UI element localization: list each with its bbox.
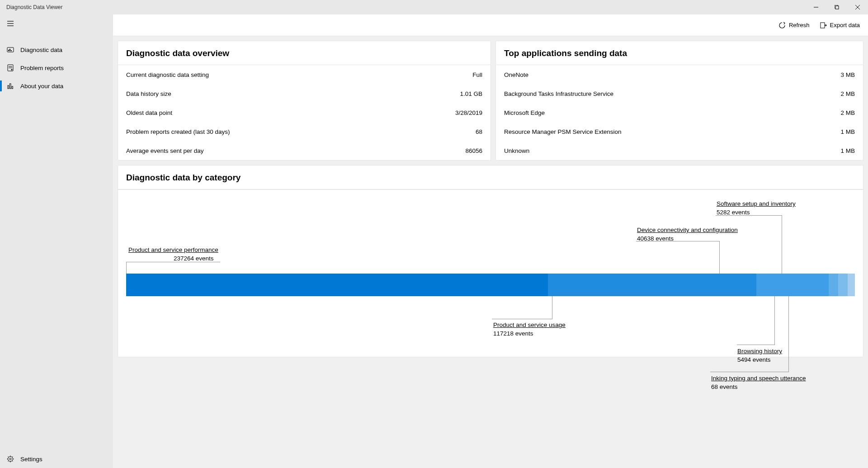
content-area: Refresh Export data Diagnostic data over… — [113, 14, 868, 468]
svg-rect-2 — [835, 6, 839, 9]
row-label: Current diagnostic data setting — [126, 71, 209, 78]
sidebar-item-label: Problem reports — [20, 65, 64, 71]
overview-row: Average events sent per day 86056 — [118, 141, 491, 160]
callout-name[interactable]: Browsing history — [737, 347, 782, 355]
close-button[interactable] — [847, 0, 868, 14]
stacked-bar — [126, 274, 855, 296]
sidebar-item-label: Settings — [20, 456, 42, 463]
diagnostic-data-icon — [7, 46, 14, 53]
leader-line — [126, 262, 127, 274]
sidebar-item-label: Diagnostic data — [20, 47, 62, 53]
callout-name[interactable]: Device connectivity and configuration — [637, 226, 738, 234]
row-value: 86056 — [465, 147, 482, 154]
svg-line-26 — [12, 461, 13, 462]
leader-line — [710, 372, 789, 372]
row-label: Microsoft Edge — [504, 109, 545, 116]
callout-dcc: Device connectivity and configuration 40… — [637, 226, 738, 243]
app-row: Background Tasks Infrastructure Service … — [496, 84, 863, 103]
refresh-button[interactable]: Refresh — [778, 22, 810, 29]
row-label: Resource Manager PSM Service Extension — [504, 128, 622, 135]
svg-rect-17 — [10, 84, 11, 89]
overview-row: Problem reports created (last 30 days) 6… — [118, 122, 491, 141]
callout-psp: Product and service performance 237264 e… — [128, 246, 218, 263]
leader-line — [774, 296, 775, 345]
row-label: Problem reports created (last 30 days) — [126, 128, 230, 135]
callout-events: 40638 events — [637, 235, 674, 242]
row-label: Data history size — [126, 90, 171, 97]
sidebar-item-diagnostic-data[interactable]: Diagnostic data — [0, 41, 113, 59]
window-controls — [806, 0, 868, 14]
about-your-data-icon — [7, 82, 14, 90]
svg-rect-10 — [9, 49, 10, 51]
callout-events: 68 events — [711, 383, 738, 390]
diagnostic-category-card: Diagnostic data by category — [118, 165, 863, 357]
gear-icon — [7, 455, 14, 463]
bar-segment-dcc[interactable] — [756, 274, 829, 296]
app-row: Microsoft Edge 2 MB — [496, 103, 863, 122]
callout-bh: Browsing history 5494 events — [737, 347, 782, 364]
callout-events: 5282 events — [717, 209, 750, 216]
row-label: Oldest data point — [126, 109, 172, 116]
callout-its: Inking typing and speech utterance 68 ev… — [711, 374, 806, 391]
diagnostic-overview-card: Diagnostic data overview Current diagnos… — [118, 41, 491, 161]
sidebar-item-settings[interactable]: Settings — [0, 450, 113, 468]
callout-name[interactable]: Inking typing and speech utterance — [711, 374, 806, 383]
bar-segment-psu[interactable] — [548, 274, 756, 296]
leader-line — [788, 296, 789, 372]
maximize-button[interactable] — [826, 0, 847, 14]
row-value: 1 MB — [840, 128, 855, 135]
svg-rect-18 — [12, 86, 13, 89]
app-row: Resource Manager PSM Service Extension 1… — [496, 122, 863, 141]
leader-line — [737, 345, 775, 345]
overview-row: Oldest data point 3/28/2019 — [118, 103, 491, 122]
bar-segment-bh[interactable] — [838, 274, 848, 296]
callout-ssi: Software setup and inventory 5282 events — [717, 200, 796, 217]
row-label: Unknown — [504, 147, 529, 154]
sidebar: Diagnostic data Problem reports About yo… — [0, 14, 113, 468]
row-label: Background Tasks Infrastructure Service — [504, 90, 613, 97]
bar-segment-psp[interactable] — [126, 274, 548, 296]
svg-rect-9 — [8, 50, 9, 51]
export-data-button[interactable]: Export data — [820, 22, 860, 29]
hamburger-button[interactable] — [0, 14, 113, 33]
export-label: Export data — [830, 22, 860, 28]
refresh-label: Refresh — [789, 22, 810, 28]
sidebar-item-problem-reports[interactable]: Problem reports — [0, 59, 113, 77]
callout-psu: Product and service usage 117218 events — [493, 321, 566, 338]
callout-events: 5494 events — [737, 356, 771, 363]
leader-line — [782, 215, 782, 274]
sidebar-item-about-your-data[interactable]: About your data — [0, 77, 113, 95]
toolbar: Refresh Export data — [113, 14, 868, 36]
leader-line — [492, 319, 552, 319]
bar-segment-its[interactable] — [848, 274, 855, 296]
app-title: Diagnostic Data Viewer — [6, 4, 63, 10]
callout-name[interactable]: Product and service performance — [128, 246, 218, 254]
card-title: Top applications sending data — [496, 41, 863, 65]
row-value: 68 — [476, 128, 482, 135]
refresh-icon — [778, 22, 786, 29]
svg-line-25 — [8, 457, 9, 458]
callout-name[interactable]: Product and service usage — [493, 321, 566, 329]
svg-rect-29 — [821, 23, 825, 28]
callout-name[interactable]: Software setup and inventory — [717, 200, 796, 208]
category-chart: Product and service performance 237264 e… — [118, 189, 863, 357]
overview-row: Current diagnostic data setting Full — [118, 65, 491, 84]
svg-line-28 — [8, 461, 9, 462]
row-label: OneNote — [504, 71, 528, 78]
leader-line — [719, 241, 720, 274]
app-row: OneNote 3 MB — [496, 65, 863, 84]
row-value: 3/28/2019 — [455, 109, 482, 116]
row-value: Full — [472, 71, 482, 78]
callout-events: 117218 events — [493, 330, 533, 337]
titlebar: Diagnostic Data Viewer — [0, 0, 868, 14]
bar-segment-ssi[interactable] — [829, 274, 838, 296]
row-value: 2 MB — [840, 90, 855, 97]
row-value: 1.01 GB — [460, 90, 482, 97]
app-row: Unknown 1 MB — [496, 141, 863, 160]
card-title: Diagnostic data by category — [118, 165, 863, 189]
problem-reports-icon — [7, 64, 14, 71]
svg-rect-11 — [11, 50, 12, 51]
row-label: Average events sent per day — [126, 147, 204, 154]
minimize-button[interactable] — [806, 0, 826, 14]
svg-point-20 — [9, 458, 11, 460]
